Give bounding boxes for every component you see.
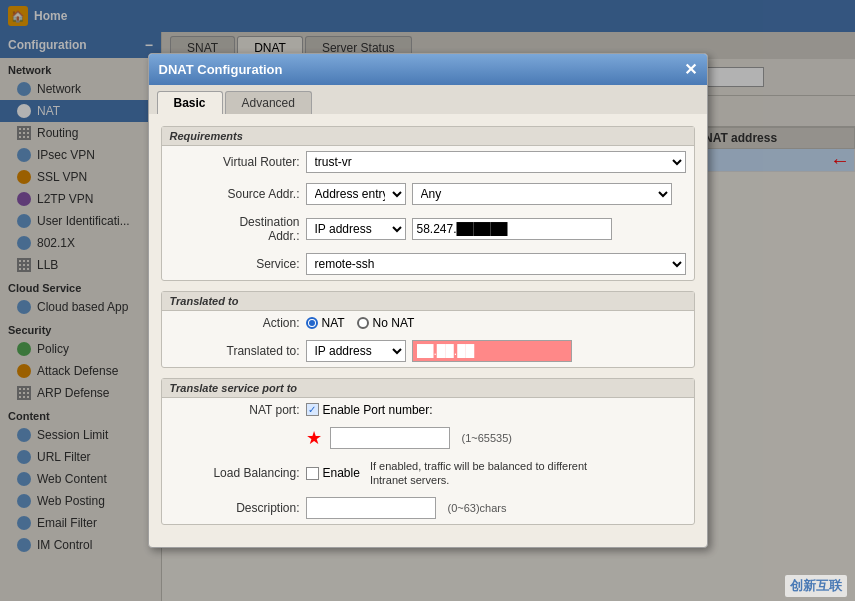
desc-label: Description: <box>170 501 300 515</box>
dnat-config-modal: DNAT Configuration ✕ Basic Advanced Requ… <box>162 53 708 549</box>
description-input[interactable] <box>306 497 436 519</box>
content-area: SNAT DNAT Server Status Virtual Router: … <box>162 32 855 601</box>
modal-title-bar: DNAT Configuration ✕ <box>162 54 707 85</box>
lb-enable-label: Enable <box>323 466 360 480</box>
modal-tab-basic[interactable]: Basic <box>162 91 223 114</box>
row-translated-to: Translated to: IP address <box>162 335 694 367</box>
radio-no-nat-dot <box>357 317 369 329</box>
dest-addr-type-select[interactable]: IP address <box>306 218 406 240</box>
modal-tabs: Basic Advanced <box>162 85 707 114</box>
row-source-addr: Source Addr.: Address entry Any <box>162 178 694 210</box>
radio-no-nat-label: No NAT <box>373 316 415 330</box>
enable-port-label: Enable Port number: <box>323 403 433 417</box>
row-virtual-router: Virtual Router: trust-vr <box>162 146 694 178</box>
nat-port-label: NAT port: <box>170 403 300 417</box>
lb-enable-checkbox[interactable]: Enable <box>306 466 360 480</box>
modal-title: DNAT Configuration <box>162 62 282 77</box>
dest-addr-value-input[interactable] <box>412 218 612 240</box>
lb-cb-box <box>306 467 319 480</box>
translated-to-label: Translated to: <box>170 344 300 358</box>
lb-label: Load Balancing: <box>170 466 300 480</box>
section-requirements: Requirements Virtual Router: trust-vr So… <box>162 126 695 281</box>
service-field-label: Service: <box>170 257 300 271</box>
desc-hint: (0~63)chars <box>448 502 507 514</box>
row-action: Action: NAT No NAT <box>162 311 694 335</box>
enable-port-checkbox[interactable]: ✓ Enable Port number: <box>306 403 433 417</box>
service-field-select[interactable]: remote-ssh <box>306 253 686 275</box>
port-number-input[interactable] <box>330 427 450 449</box>
radio-no-nat[interactable]: No NAT <box>357 316 415 330</box>
radio-nat[interactable]: NAT <box>306 316 345 330</box>
dest-addr-field-label: DestinationAddr.: <box>170 215 300 243</box>
source-addr-field-label: Source Addr.: <box>170 187 300 201</box>
vr-field-select[interactable]: trust-vr <box>306 151 686 173</box>
service-port-title: Translate service port to <box>162 379 694 398</box>
source-addr-value-select[interactable]: Any <box>412 183 672 205</box>
modal-tab-advanced[interactable]: Advanced <box>225 91 312 114</box>
modal-body: Requirements Virtual Router: trust-vr So… <box>162 114 707 548</box>
watermark: 创新互联 <box>785 575 847 597</box>
lb-hint: If enabled, traffic will be balanced to … <box>370 459 590 488</box>
enable-port-cb-box: ✓ <box>306 403 319 416</box>
modal-close-button[interactable]: ✕ <box>684 60 697 79</box>
requirements-title: Requirements <box>162 127 694 146</box>
section-service-port: Translate service port to NAT port: ✓ En… <box>162 378 695 526</box>
action-label: Action: <box>170 316 300 330</box>
vr-field-label: Virtual Router: <box>170 155 300 169</box>
action-radio-group: NAT No NAT <box>306 316 415 330</box>
radio-nat-label: NAT <box>322 316 345 330</box>
row-service: Service: remote-ssh <box>162 248 694 280</box>
translated-title: Translated to <box>162 292 694 311</box>
modal-overlay: DNAT Configuration ✕ Basic Advanced Requ… <box>162 32 855 601</box>
row-description: Description: (0~63)chars <box>162 492 694 524</box>
required-star: ★ <box>306 427 322 449</box>
row-load-balance: Load Balancing: Enable If enabled, traff… <box>162 454 694 493</box>
source-addr-type-select[interactable]: Address entry <box>306 183 406 205</box>
section-translated: Translated to Action: NAT <box>162 291 695 368</box>
row-dest-addr: DestinationAddr.: IP address <box>162 210 694 248</box>
radio-nat-dot <box>306 317 318 329</box>
row-port-input: ★ (1~65535) <box>162 422 694 454</box>
translated-value-input[interactable] <box>412 340 572 362</box>
translated-type-select[interactable]: IP address <box>306 340 406 362</box>
port-range-hint: (1~65535) <box>462 432 512 444</box>
row-nat-port: NAT port: ✓ Enable Port number: <box>162 398 694 422</box>
